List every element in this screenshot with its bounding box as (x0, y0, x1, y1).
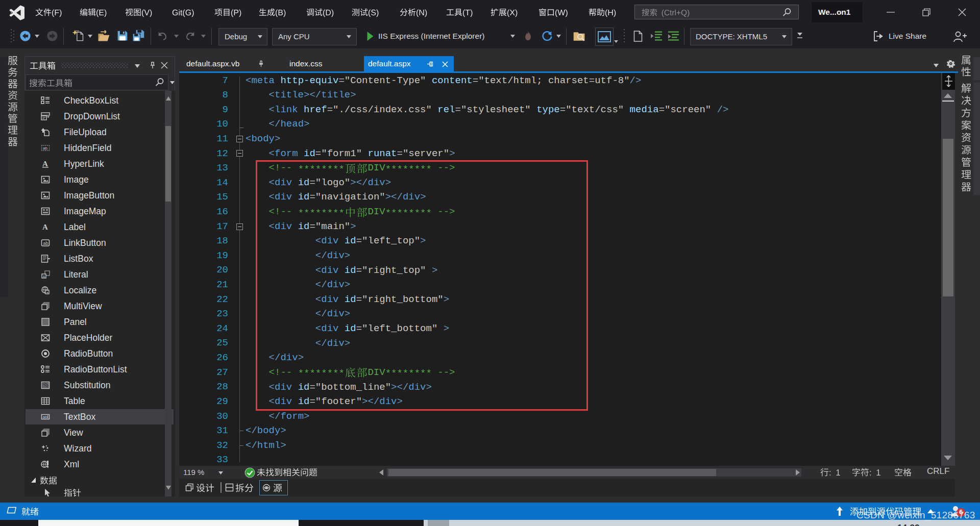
svg-text:ab: ab (43, 241, 48, 246)
svg-text:A: A (42, 223, 48, 231)
svg-text:ab: ab (43, 146, 47, 151)
svg-text:ab: ab (43, 415, 47, 419)
svg-text:A: A (42, 160, 48, 168)
svg-text:a: a (43, 274, 45, 278)
